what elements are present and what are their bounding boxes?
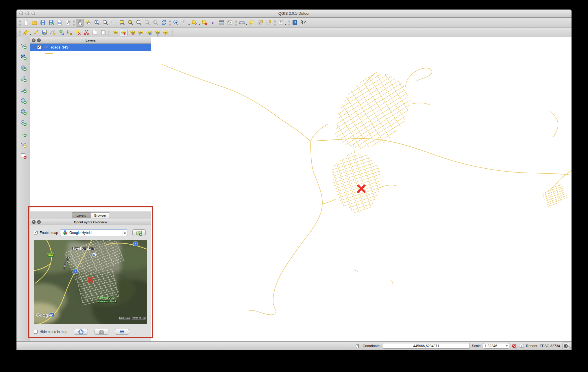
new-bookmark-button[interactable] [256,19,264,27]
remove-layer-button[interactable] [19,152,27,159]
refresh-map-button[interactable] [160,19,168,27]
zoom-in-button[interactable] [93,19,101,27]
zoom-full-button[interactable] [118,19,126,27]
save-project-button[interactable] [39,19,47,27]
open-in-earth-button[interactable] [115,329,129,335]
layer-row[interactable]: ✓ roads_34S [30,44,151,51]
add-spatialite-layer-button[interactable] [19,75,27,83]
dropdown-caret-icon[interactable] [188,24,190,25]
current-edits-button[interactable] [22,29,30,36]
add-postgis-layer-button[interactable] [19,64,27,72]
add-vector-layer-button[interactable] [19,42,27,50]
highlight-pinned-labels-button[interactable]: abc [128,29,136,36]
identify-features-button[interactable]: i [172,19,180,27]
zoom-to-selection-button[interactable] [126,19,134,27]
map-tips-button[interactable] [248,19,256,27]
refresh-overview-button[interactable] [74,329,88,335]
hide-cross-checkbox[interactable]: ✓ [34,330,38,334]
zoom-to-layer-button[interactable] [135,19,143,27]
text-annotation-button[interactable]: T [277,19,285,27]
move-label-button[interactable]: abc [145,29,153,36]
dropdown-caret-icon[interactable] [198,24,200,25]
render-checkbox[interactable]: ✓ [520,344,524,348]
field-calculator-button[interactable] [226,19,234,27]
whats-this-button[interactable]: ? [299,19,307,27]
add-wcs-layer-button[interactable] [19,108,27,116]
tab-layers[interactable]: Layers [72,212,91,218]
toolbar-grip[interactable] [108,29,110,36]
rotate-label-button[interactable]: abc [153,29,161,36]
coordinate-label: Coordinate: [363,344,381,348]
dropdown-caret-icon[interactable] [246,24,247,25]
toolbar-grip[interactable] [171,29,173,36]
add-feature-button[interactable] [49,29,57,36]
cut-features-button[interactable] [82,29,90,36]
save-project-as-button[interactable] [47,19,55,27]
toolbar-grip[interactable] [19,29,21,36]
toolbar-grip[interactable] [73,19,75,26]
add-wfs-layer-button[interactable] [19,119,27,127]
paste-features-button[interactable] [99,29,107,36]
measure-line-button[interactable] [238,19,246,27]
node-tool-button[interactable] [66,29,73,36]
openlayers-overview-panel: ✕ ❐ OpenLayers Overview ✓ Enable map Goo… [30,219,151,341]
stop-render-icon[interactable] [511,343,518,349]
layer-checkbox[interactable]: ✓ [37,45,41,49]
overview-map[interactable]: R60 2 2 [34,240,147,324]
expand-arrow-icon[interactable] [33,46,36,48]
composer-manager-button[interactable] [64,19,72,27]
deselect-features-button[interactable] [201,19,208,27]
zoom-out-button[interactable] [101,19,109,27]
tab-browser[interactable]: Browser [91,212,110,218]
zoom-native-button[interactable]: 1:1 [110,19,117,27]
zoom-next-button[interactable] [151,19,159,27]
copy-features-button[interactable] [91,29,99,36]
scale-select[interactable]: 1:32346 [483,343,509,349]
change-label-properties-button[interactable]: abc [162,29,169,36]
new-shapefile-layer-button[interactable]: ✱ [19,141,27,148]
pan-map-to-selection-button[interactable] [84,19,92,27]
show-bookmarks-button[interactable] [265,19,273,27]
add-delimited-text-layer-button[interactable]: , [19,130,27,137]
add-overview-layer-button[interactable] [132,229,146,236]
help-contents-button[interactable]: ? [291,19,299,27]
toggle-editing-button[interactable] [32,29,40,36]
enable-map-checkbox[interactable]: ✓ [34,231,38,235]
zoom-last-button[interactable] [143,19,151,27]
toolbar-grip[interactable] [288,19,290,26]
move-feature-button[interactable] [57,29,65,36]
resize-grip[interactable] [567,346,571,349]
map-data-link[interactable]: Map Data [119,317,130,319]
new-project-button[interactable] [22,19,30,27]
run-feature-action-button[interactable] [180,19,188,27]
combo-stepper-icon[interactable] [123,230,127,236]
copy-overview-image-button[interactable] [95,329,108,335]
toolbar-grip[interactable] [235,19,237,26]
delete-selected-button[interactable] [74,29,82,36]
pin-unpin-labels-button[interactable]: abc [120,29,127,36]
save-layer-edits-button[interactable] [40,29,48,36]
pan-map-button[interactable] [76,19,84,27]
toolbar-grip[interactable] [169,19,171,26]
coordinate-input[interactable] [383,343,470,349]
toolbar-grip[interactable] [274,19,276,26]
map-canvas[interactable] [151,37,572,341]
add-raster-layer-button[interactable] [19,53,27,61]
scale-caret-icon[interactable] [505,343,509,348]
toolbar-grip[interactable] [19,19,21,26]
new-print-composer-button[interactable] [56,19,63,27]
svg-text:2: 2 [74,270,76,273]
dropdown-caret-icon[interactable] [30,34,32,35]
terms-of-use-link[interactable]: Terms of Use [132,317,146,319]
open-attribute-table-button[interactable] [217,19,225,27]
select-features-button[interactable] [191,19,198,27]
show-hide-labels-button[interactable]: abc [136,29,144,36]
mouse-position-toggle-button[interactable] [354,343,360,349]
layer-labeling-options-button[interactable]: abc [111,29,119,36]
open-project-button[interactable] [30,19,38,27]
map-type-select[interactable]: Google Hybrid [60,229,127,236]
select-by-expression-button[interactable]: ε [209,19,217,27]
dropdown-caret-icon[interactable] [285,24,286,25]
add-wms-layer-button[interactable] [19,97,27,105]
add-mssql-layer-button[interactable] [19,86,27,94]
